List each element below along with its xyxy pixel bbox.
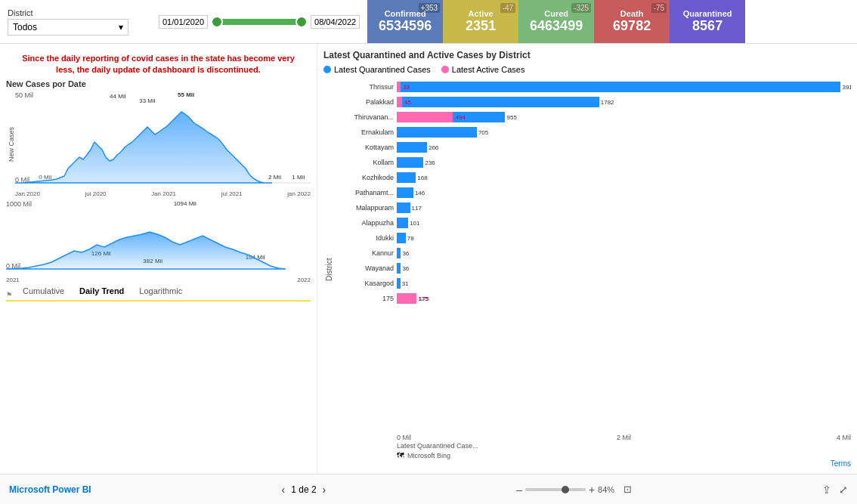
quarantine-value: 955 <box>505 114 516 121</box>
active-value: 2351 <box>466 18 496 34</box>
quarantine-value: 78 <box>406 235 414 242</box>
quarantine-bar <box>397 218 408 228</box>
active-bar <box>397 97 402 107</box>
cured-label: Cured <box>544 9 568 18</box>
chart-inner: 50 Mil 0 Mil 44 Mil 33 Mil 55 Mil 2 Mil … <box>15 91 311 197</box>
cured-stat: Cured -325 6463499 <box>518 0 594 43</box>
bar-row: Kozhikode168 <box>333 171 851 184</box>
prev-page-button[interactable]: ‹ <box>282 484 286 496</box>
district-value: Todos <box>13 22 37 32</box>
death-value: 69782 <box>613 18 651 34</box>
quarantine-value: 1782 <box>599 99 614 106</box>
zoom-in-button[interactable]: + <box>589 484 595 496</box>
page-navigation: ‹ 1 de 2 › <box>282 484 326 496</box>
bar-row: Kasargod31 <box>333 277 851 290</box>
legend-quarantined-label: Latest Quarantined Cases <box>334 65 431 74</box>
mini-x-2021: 2021 <box>6 277 20 283</box>
bar-row: Pathanamt...146 <box>333 186 851 199</box>
bing-icon: 🗺 <box>397 451 404 459</box>
terms-link[interactable]: Terms <box>831 459 851 468</box>
top-bar: District Todos ▾ 01/01/2020 08/04/2022 C… <box>0 0 857 44</box>
quarantine-bar <box>397 157 423 168</box>
active-value: 33 <box>401 84 410 91</box>
quarantine-bar <box>397 97 599 107</box>
x-0mil: 0 Mil <box>397 434 411 441</box>
quarantine-bar <box>397 172 416 183</box>
x-2mil: 2 Mil <box>617 434 631 441</box>
quarantine-bar <box>397 82 840 92</box>
quarantine-value: 146 <box>413 190 425 196</box>
bar-row: Kottayam266 <box>333 141 851 154</box>
district-name: Thiruvanan... <box>333 113 394 121</box>
bar-track: 36 <box>397 247 851 259</box>
district-dropdown[interactable]: Todos ▾ <box>8 19 128 36</box>
confirmed-value: 6534596 <box>379 18 432 34</box>
district-name: Pathanamt... <box>333 189 394 196</box>
slider-right-thumb[interactable] <box>295 16 308 28</box>
dropdown-arrow-icon: ▾ <box>119 22 123 32</box>
x-jul2020: jul 2020 <box>85 190 107 197</box>
fullscreen-button[interactable]: ⤢ <box>839 484 848 496</box>
fit-screen-button[interactable]: ⊡ <box>623 484 632 495</box>
zoom-level: 84% <box>598 485 620 494</box>
quarantine-value: 117 <box>410 205 422 212</box>
district-name: Malappuram <box>333 204 394 212</box>
quarantine-bar <box>397 233 406 243</box>
quarantine-value: 705 <box>477 129 488 136</box>
date-range-slider[interactable] <box>214 19 305 25</box>
legend-dot-quarantined <box>323 66 331 73</box>
x-jan2021: Jan 2021 <box>151 190 176 197</box>
tab-logarithmic[interactable]: Logarithmic <box>131 283 190 298</box>
quarantine-bar <box>397 203 410 213</box>
quarantined-value: 8567 <box>692 18 722 34</box>
bar-chart-main: District Thrissur333910Palakkad451782Thi… <box>323 80 851 459</box>
quarantine-value: 101 <box>408 220 419 227</box>
active-value: 45 <box>403 99 411 106</box>
svg-marker-2 <box>6 232 286 269</box>
mini-x-labels: 2021 2022 <box>6 277 311 283</box>
y-axis-label: New Cases <box>6 91 15 197</box>
zoom-slider[interactable] <box>525 488 586 491</box>
date-end: 08/04/2022 <box>311 15 360 29</box>
new-cases-chart-section: New Cases por Date New Cases 50 Mil 0 Mi… <box>6 79 311 468</box>
x-axis-title: Latest Quarantined Case... <box>333 442 851 450</box>
district-name: Kannur <box>333 249 394 257</box>
bar-track: 333910 <box>397 81 851 93</box>
bar-row: Alappuzha101 <box>333 216 851 230</box>
confirmed-stat: Confirmed +353 6534596 <box>367 0 443 43</box>
bar-row: Palakkad451782 <box>333 95 851 109</box>
right-mini-chart: 1000 Mil 0 Mil 1094 Mil 126 Mil 382 Mil … <box>6 200 311 283</box>
y-axis-district-label: District <box>323 80 333 459</box>
tab-daily-trend[interactable]: Daily Trend <box>72 283 131 298</box>
active-label: Active <box>469 9 493 18</box>
bar-row: Ernakulam705 <box>333 125 851 139</box>
cured-value: 6463499 <box>530 18 583 34</box>
bottom-bar: Microsoft Power BI ‹ 1 de 2 › – + 84% ⊡ … <box>0 474 857 504</box>
x-4mil: 4 Mil <box>837 434 851 441</box>
share-button[interactable]: ⇪ <box>822 484 831 496</box>
legend-active: Latest Active Cases <box>441 65 525 74</box>
bar-row: Malappuram117 <box>333 201 851 215</box>
zoom-out-button[interactable]: – <box>516 484 522 496</box>
district-name: Alappuzha <box>333 219 394 227</box>
new-cases-chart-container: New Cases 50 Mil 0 Mil 44 Mil 33 Mil 55 … <box>6 91 311 197</box>
district-section: District Todos ▾ <box>0 0 151 43</box>
legend-dot-active <box>441 66 449 73</box>
svg-marker-1 <box>15 112 272 183</box>
next-page-button[interactable]: › <box>323 484 326 496</box>
district-name: Kasargod <box>333 280 394 287</box>
content-area: Since the daily reporting of covid cases… <box>0 44 857 474</box>
terms-section: Terms <box>323 459 851 468</box>
x-jul2021: jul 2021 <box>221 190 243 197</box>
tab-cumulative[interactable]: Cumulative <box>15 283 72 298</box>
powerbi-brand-link[interactable]: Microsoft Power BI <box>9 484 91 495</box>
district-name: Ernakulam <box>333 128 394 136</box>
active-bar <box>397 112 453 122</box>
district-name: Wayanad <box>333 264 394 272</box>
district-label: District <box>8 8 144 17</box>
bar-track: 101 <box>397 217 851 229</box>
active-bar <box>397 82 401 92</box>
dashboard-container: District Todos ▾ 01/01/2020 08/04/2022 C… <box>0 0 857 504</box>
slider-left-thumb[interactable] <box>211 16 223 28</box>
zoom-handle[interactable] <box>562 486 569 493</box>
